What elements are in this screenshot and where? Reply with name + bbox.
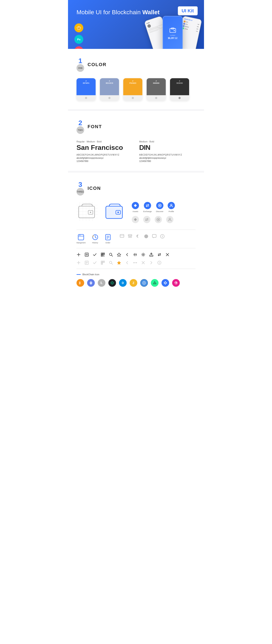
icon-box-exchange-gray [143, 216, 150, 223]
svg-rect-44 [152, 234, 156, 238]
font-numbers-din: 1234567890 [139, 160, 196, 162]
icon-box-discover-gray [155, 216, 162, 223]
icon-box-profile-gray [166, 216, 174, 223]
close-icon [165, 252, 170, 258]
sketch-badge [74, 24, 83, 32]
svg-text:₿: ₿ [79, 281, 80, 284]
font-alphabet-sf: ABCDEFGHIJKLMNOPQRSTUVWXYZ [76, 154, 133, 156]
swatch-bottom-gray [146, 95, 166, 101]
profile-label: Profile [168, 210, 174, 212]
icon-title: ICON [88, 186, 101, 191]
profile-icon-svg [169, 204, 173, 208]
font-name-sf: San Francisco [76, 144, 133, 152]
icon-section: 3 THREE ICON [68, 172, 204, 304]
info-icon-gray [157, 260, 162, 266]
svg-point-68 [142, 254, 144, 255]
font-sub-label: TWO [76, 126, 84, 134]
svg-line-54 [88, 255, 88, 256]
bitcoin-icon: ₿ [76, 279, 84, 287]
hero-section: Mobile UI for Blockchain Wallet UI Kit P… [68, 0, 204, 49]
color-section-header: 1 ONE COLOR [76, 58, 196, 72]
wallet-colored [104, 202, 126, 222]
named-icons-group: Assets Exchange [132, 202, 175, 223]
phone-mockups: Profile myWallet $6,297.12 [144, 16, 202, 49]
color-title: COLOR [88, 62, 106, 68]
section-number-1: 1 ONE [76, 58, 84, 72]
svg-point-93 [159, 262, 160, 262]
swatch-bottom-grayblue [100, 95, 119, 101]
svg-rect-84 [102, 263, 102, 264]
chat-icon [120, 234, 124, 240]
plus-icon [76, 252, 81, 258]
share-icon [133, 252, 137, 258]
swap-icon [157, 252, 162, 258]
icon-box-assets: Assets [132, 202, 139, 212]
utility-icons-row-2 [76, 260, 196, 266]
speech-icon [152, 234, 156, 240]
svg-point-20 [90, 212, 91, 213]
swatch-hex-blue: #3574FA [83, 80, 90, 84]
svg-marker-66 [117, 253, 121, 256]
font-section-header: 2 TWO FONT [76, 120, 196, 134]
font-alphabet-din: ABCDEFGHIJKLMNOPQRSTUVWXYZ [139, 154, 196, 156]
svg-rect-21 [106, 206, 122, 218]
font-weights-din: Medium · Bold [139, 140, 196, 143]
font-block-din: Medium · Bold DIN ABCDEFGHIJKLMNOPQRSTUV… [139, 140, 196, 162]
screens-badge: 60+ Screens [74, 46, 83, 49]
color-number: 1 [78, 58, 82, 64]
star-icon [117, 252, 121, 258]
font-number: 2 [78, 120, 82, 126]
order-label: Order [106, 242, 110, 244]
svg-point-30 [169, 218, 171, 220]
gear-icon [141, 252, 145, 258]
color-swatch-gray: #666666 [146, 78, 166, 101]
svg-rect-61 [103, 255, 104, 256]
assets-icon-gray [132, 216, 139, 223]
icon-box-discover: Discover [156, 202, 164, 212]
sketch-icon [76, 26, 81, 30]
ui-kit-badge: UI Kit [178, 6, 198, 15]
golem-icon [172, 279, 180, 287]
swatch-bottom-dark [170, 95, 189, 101]
icon-box-exchange: Exchange [143, 202, 152, 212]
font-numbers-sf: 1234567890 [76, 160, 133, 162]
info-icon [160, 234, 165, 240]
ark-icon [151, 279, 158, 287]
mangment-label: Mangment [76, 242, 86, 244]
exchange-icon-gray [143, 216, 150, 223]
wallet-colored-svg [104, 202, 126, 221]
named-icons-row-2-gray [132, 216, 175, 223]
mangment-icon [78, 234, 84, 240]
discover-icon-svg [158, 204, 162, 208]
svg-point-29 [158, 219, 159, 220]
bottom-icons-row: Mangment History Order [76, 234, 196, 244]
assets-icon [132, 202, 139, 209]
circle-icon [144, 234, 148, 240]
font-lower-din: abcdefghijklmnopqrstuvwxyz [139, 157, 196, 159]
back-arrow-icon [125, 252, 129, 258]
font-weights-sf: Regular · Medium · Bold [76, 140, 133, 143]
bottom-spacer [76, 287, 196, 295]
icon-box-profile: Profile [168, 202, 175, 212]
discover-icon [156, 202, 164, 209]
section-number-2: 2 TWO [76, 120, 84, 134]
history-icon [92, 234, 98, 240]
hero-title-regular: Mobile UI for Blockchain [76, 9, 142, 16]
color-swatch-dark: #303030 [170, 78, 189, 101]
exchange-icon [144, 202, 151, 209]
swatch-hex-dark: #303030 [176, 80, 183, 84]
blockchain-label: BlockChain Icon [76, 273, 196, 276]
svg-rect-63 [103, 256, 104, 256]
font-title: FONT [88, 124, 102, 130]
icon-box-history: History [92, 234, 98, 244]
svg-point-43 [144, 234, 148, 238]
svg-rect-31 [78, 234, 84, 240]
forward-icon-gray [149, 260, 154, 266]
font-lower-sf: abcdefghijklmnopqrstuvwxyz [76, 157, 133, 159]
blockchain-text: BlockChain Icon [82, 273, 100, 276]
assets-label: Assets [132, 210, 138, 212]
misc-icons-group [120, 234, 165, 240]
stratis-icon [162, 279, 169, 287]
icon-box-order: Order [105, 234, 111, 244]
color-sub-label: ONE [76, 64, 84, 72]
